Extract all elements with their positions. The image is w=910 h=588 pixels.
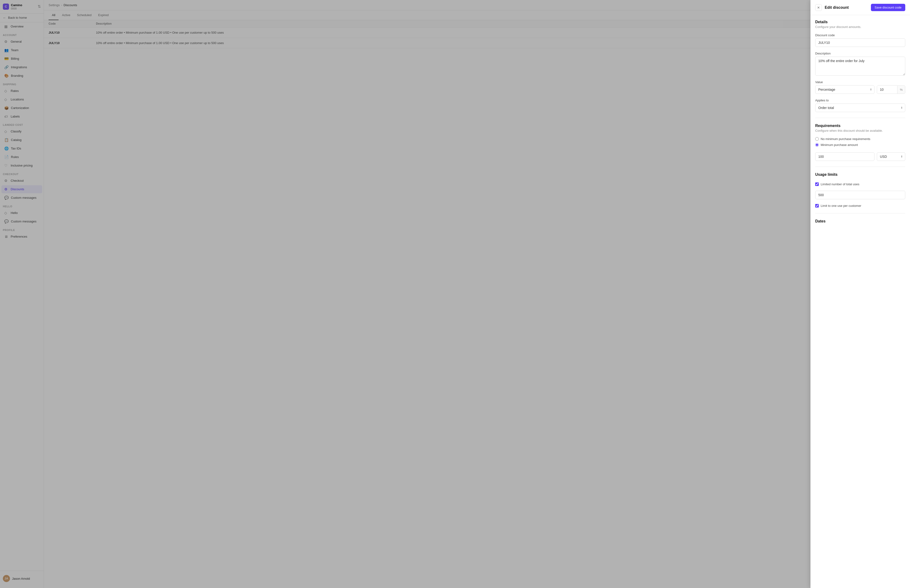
applies-to-wrap: Order total Specific products ⬍: [815, 103, 905, 112]
panel-body: Details Configure your discount amounts.…: [810, 15, 910, 229]
radio-no-min-label: No minimum purchase requirements: [821, 137, 870, 141]
section-divider: [815, 118, 905, 118]
save-discount-button[interactable]: Save discount code: [871, 4, 905, 11]
value-type-wrap: Percentage Fixed amount ⬍: [815, 85, 874, 94]
value-input-wrap: %: [877, 85, 905, 94]
checkbox-limit-per-customer[interactable]: Limit to one use per customer: [815, 204, 905, 208]
panel-header-left: ✕ Edit discount: [815, 4, 849, 11]
details-subtitle: Configure your discount amounts.: [815, 25, 905, 29]
section-divider-2: [815, 166, 905, 167]
panel-title: Edit discount: [825, 5, 849, 10]
radio-min-amount-input[interactable]: [815, 143, 819, 147]
discount-code-input[interactable]: [815, 39, 905, 47]
dates-section: Dates: [815, 219, 905, 225]
value-amount-input[interactable]: [877, 86, 897, 94]
requirements-subtitle: Configure when this discount should be a…: [815, 129, 905, 132]
checkbox-limited-total[interactable]: Limited number of total uses: [815, 183, 905, 186]
checkbox-limit-per-customer-input[interactable]: [815, 204, 819, 208]
currency-select-wrap: USD EUR GBP ⬍: [877, 152, 905, 161]
discount-code-label: Discount code: [815, 33, 905, 37]
radio-min-amount-label: Minimum purchase amount: [821, 143, 858, 147]
panel-header: ✕ Edit discount Save discount code: [810, 0, 910, 15]
applies-to-select[interactable]: Order total Specific products: [815, 103, 905, 112]
value-group: Value Percentage Fixed amount ⬍ %: [815, 80, 905, 94]
value-row: Percentage Fixed amount ⬍ %: [815, 85, 905, 94]
checkbox-group-2: Limit to one use per customer: [815, 204, 905, 208]
details-title: Details: [815, 20, 905, 24]
applies-to-group: Applies to Order total Specific products…: [815, 99, 905, 112]
panel-close-button[interactable]: ✕: [815, 4, 822, 11]
currency-select[interactable]: USD EUR GBP: [877, 152, 905, 161]
checkbox-limited-total-input[interactable]: [815, 183, 819, 186]
edit-panel: ✕ Edit discount Save discount code Detai…: [810, 0, 910, 588]
details-section: Details Configure your discount amounts.: [815, 20, 905, 29]
discount-code-group: Discount code: [815, 33, 905, 47]
radio-no-min-input[interactable]: [815, 137, 819, 141]
checkbox-group: Limited number of total uses: [815, 183, 905, 186]
applies-to-label: Applies to: [815, 99, 905, 102]
usage-limits-section: Usage limits: [815, 173, 905, 178]
checkbox-limited-total-label: Limited number of total uses: [821, 183, 859, 186]
dates-title: Dates: [815, 219, 905, 223]
requirements-section: Requirements Configure when this discoun…: [815, 124, 905, 132]
min-amount-input[interactable]: [815, 152, 874, 161]
usage-limits-title: Usage limits: [815, 173, 905, 177]
total-uses-input[interactable]: [815, 191, 905, 199]
description-group: Description 10% off the entire order for…: [815, 52, 905, 76]
min-amount-row: USD EUR GBP ⬍: [815, 152, 905, 161]
value-label: Value: [815, 80, 905, 84]
value-suffix: %: [897, 86, 905, 94]
section-divider-3: [815, 213, 905, 213]
checkbox-limit-per-customer-label: Limit to one use per customer: [821, 204, 861, 208]
description-textarea[interactable]: 10% off the entire order for July: [815, 57, 905, 76]
radio-group: No minimum purchase requirements Minimum…: [815, 137, 905, 147]
overlay-backdrop[interactable]: [0, 0, 910, 588]
requirements-title: Requirements: [815, 124, 905, 128]
value-type-select[interactable]: Percentage Fixed amount: [815, 85, 874, 94]
description-label: Description: [815, 52, 905, 55]
radio-min-amount[interactable]: Minimum purchase amount: [815, 143, 905, 147]
radio-no-min[interactable]: No minimum purchase requirements: [815, 137, 905, 141]
